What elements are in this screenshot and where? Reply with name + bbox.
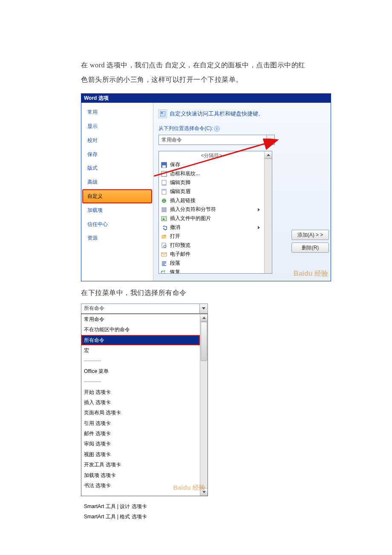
sidebar-item-1[interactable]: 显示 [81,119,153,133]
dropdown-item: ---------- [81,356,200,366]
save-icon [161,162,167,168]
dropdown-item[interactable]: Office 菜单 [81,366,200,376]
svg-marker-19 [164,270,165,272]
combo2-value: 所有命令 [84,305,104,312]
list-item[interactable]: 编辑页脚 [159,178,264,187]
list-item[interactable]: 保存 [159,160,264,169]
sidebar-item-3[interactable]: 保存 [81,147,153,162]
dropdown-item[interactable]: 加载项 选项卡 [81,470,200,480]
add-button[interactable]: 添加(A) > > [291,230,329,240]
dropdown-item[interactable]: 邮件 选项卡 [81,428,200,439]
svg-rect-4 [162,165,166,168]
list-separator: <分隔符> [159,151,264,160]
svg-rect-7 [162,184,166,185]
word-options-dialog: Word 选项 常用显示校对保存版式高级自定义加载项信任中心资源 自定义快速访问… [81,93,331,281]
list-item-label: 恢复 [170,269,180,273]
break-icon [161,206,167,213]
dropdown-item[interactable]: 所有命令 [81,335,200,345]
dropdown-scrollbar[interactable] [200,314,208,496]
command-category-combo-expanded[interactable]: 所有命令 [81,304,208,314]
dropdown-arrow-icon[interactable] [199,304,208,313]
scroll-thumb[interactable] [201,322,207,361]
svg-marker-24 [202,307,205,309]
list-item[interactable]: 编辑页眉 [159,187,264,196]
info-icon: i [214,126,220,132]
scroll-up-icon[interactable] [200,314,208,322]
dropdown-item: ---------- [81,376,200,387]
dropdown-list[interactable]: 常用命令不在功能区中的命令所有命令宏----------Office 菜单---… [81,314,208,496]
header-icon [161,188,167,195]
sidebar-item-0[interactable]: 常用 [81,105,153,119]
dropdown-item[interactable]: 宏 [81,345,200,356]
svg-point-10 [162,199,166,203]
dialog-title: Word 选项 [81,94,331,103]
dropdown-item[interactable]: 页面布局 选项卡 [81,408,200,418]
remove-button[interactable]: 删除(R) [291,243,329,253]
list-item-label: 打开 [170,233,180,240]
list-item-label: 插入超链接 [170,197,196,204]
commands-listbox[interactable]: <分隔符> 保存边框和底纹...编辑页脚编辑页眉插入超链接插入分页符和分节符插入… [159,151,272,274]
list-item[interactable]: 插入分页符和分节符 [159,205,264,214]
dropdown-item[interactable]: 常用命令 [81,314,200,324]
list-item-label: 编辑页脚 [170,179,190,186]
sidebar-item-9[interactable]: 资源 [81,231,153,245]
picture-icon [161,215,167,222]
instruction-paragraph-2: 在下拉菜单中，我们选择所有命令 [81,286,311,300]
dropdown-expanded-screenshot: 所有命令 常用命令不在功能区中的命令所有命令宏----------Office … [81,304,208,496]
dropdown-item[interactable]: 不在功能区中的命令 [81,324,200,335]
dropdown-item[interactable]: SmartArt 工具 | 设计 选项卡 [81,501,200,512]
submenu-arrow-icon [258,208,260,211]
list-item[interactable]: 插入文件中的图片 [159,214,264,223]
svg-rect-11 [162,208,164,212]
dropdown-item[interactable]: 审阅 选项卡 [81,439,200,449]
list-item-label: 插入文件中的图片 [170,215,211,222]
list-item[interactable]: 打印预览 [159,241,264,250]
hyperlink-icon [161,197,167,204]
list-item-label: 打印预览 [170,242,190,249]
undo-icon [161,224,167,231]
dropdown-item[interactable]: 视图 选项卡 [81,449,200,460]
combo-value: 常用命令 [161,136,182,144]
scroll-up-icon[interactable] [265,151,272,159]
footer-icon [161,179,167,186]
list-item[interactable]: 恢复 [159,268,264,273]
select-from-label: 从下列位置选择命令(C):i [159,125,327,132]
list-item[interactable]: 边框和底纹... [159,169,264,178]
dropdown-item: ---------- [81,491,200,501]
list-item-label: 边框和底纹... [170,170,200,177]
sidebar-item-7[interactable]: 加载项 [81,203,153,217]
redo-icon [161,269,167,274]
list-item-label: 编辑页眉 [170,188,190,195]
dropdown-item[interactable]: 插入 选项卡 [81,397,200,408]
watermark: Baidu 经验 [173,484,205,492]
dropdown-item[interactable]: 引用 选项卡 [81,418,200,428]
svg-marker-2 [269,139,272,141]
dropdown-item[interactable]: 开发工具 选项卡 [81,460,200,470]
sidebar-item-5[interactable]: 高级 [81,175,153,189]
sidebar-item-6[interactable]: 自定义 [82,189,152,203]
list-item[interactable]: 打开 [159,232,264,241]
list-item-label: 撤消 [170,224,180,231]
listbox-scrollbar[interactable] [264,151,272,273]
sidebar-item-4[interactable]: 版式 [81,161,153,175]
command-category-combo[interactable]: 常用命令 [159,135,275,145]
list-item[interactable]: 电子邮件 [159,250,264,259]
svg-marker-15 [163,225,164,227]
list-item-label: 段落 [170,260,180,267]
dropdown-arrow-icon[interactable] [266,135,274,145]
open-icon [161,233,167,240]
border-icon [161,171,167,177]
sidebar-item-2[interactable]: 校对 [81,133,153,147]
svg-rect-9 [162,189,166,191]
dropdown-item[interactable]: SmartArt 工具 | 格式 选项卡 [81,512,200,522]
sidebar-item-8[interactable]: 信任中心 [81,217,153,231]
svg-rect-12 [164,208,166,212]
list-item[interactable]: 撤消 [159,223,264,232]
list-item[interactable]: 插入超链接 [159,196,264,205]
paragraph-icon [161,260,167,267]
list-item[interactable]: 段落 [159,259,264,268]
list-item-label: 保存 [170,161,180,168]
dropdown-item[interactable]: 开始 选项卡 [81,387,200,397]
instruction-paragraph-1: 在 word 选项中，我们点击 自定义，在自定义的面板中，点击图示中的红色箭头所… [81,58,311,87]
svg-marker-25 [202,317,206,319]
